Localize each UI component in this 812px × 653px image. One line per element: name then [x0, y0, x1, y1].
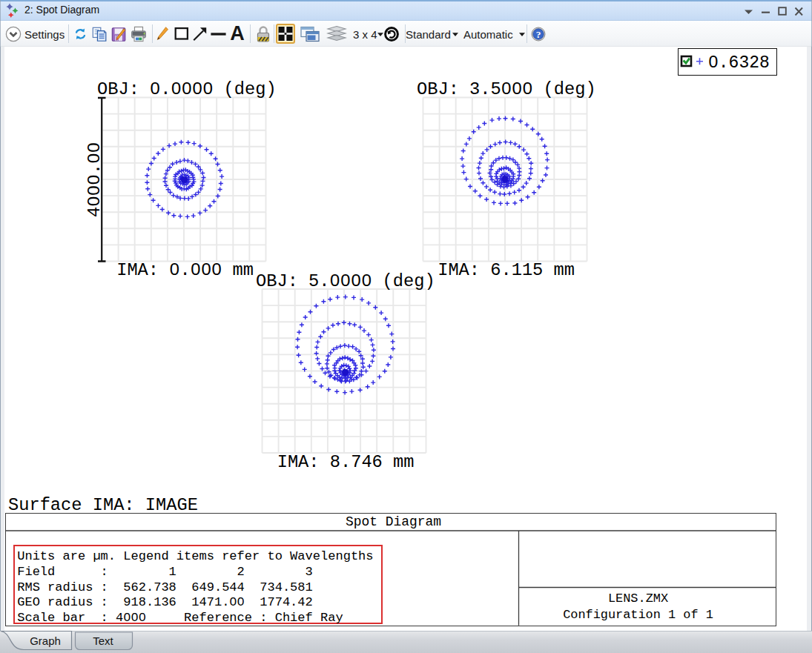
svg-text:Text: Text — [93, 634, 113, 647]
svg-text:Graph: Graph — [30, 634, 61, 647]
